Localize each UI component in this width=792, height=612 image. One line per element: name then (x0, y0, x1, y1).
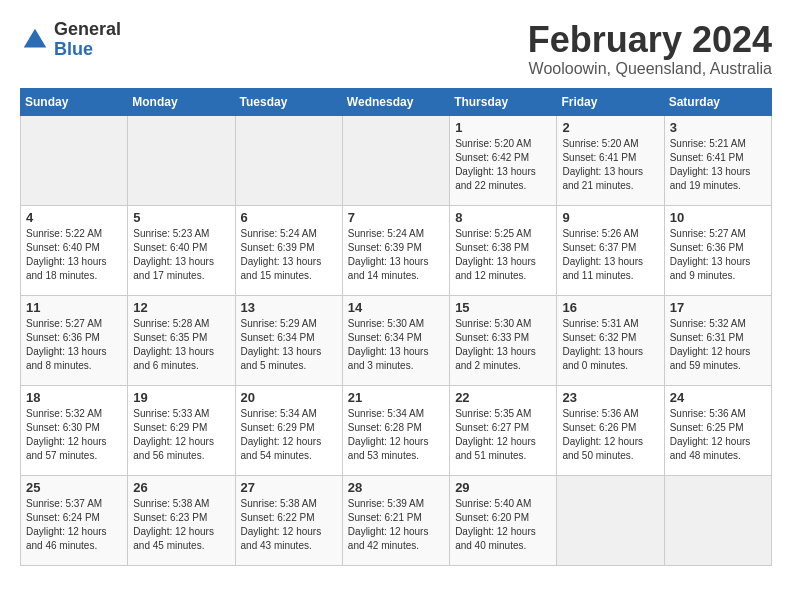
header-day-saturday: Saturday (664, 88, 771, 115)
calendar-cell: 13Sunrise: 5:29 AM Sunset: 6:34 PM Dayli… (235, 295, 342, 385)
calendar-cell: 26Sunrise: 5:38 AM Sunset: 6:23 PM Dayli… (128, 475, 235, 565)
day-number: 24 (670, 390, 766, 405)
calendar-cell (557, 475, 664, 565)
title-area: February 2024 Wooloowin, Queensland, Aus… (528, 20, 772, 78)
day-info: Sunrise: 5:38 AM Sunset: 6:23 PM Dayligh… (133, 497, 229, 553)
day-info: Sunrise: 5:39 AM Sunset: 6:21 PM Dayligh… (348, 497, 444, 553)
day-info: Sunrise: 5:26 AM Sunset: 6:37 PM Dayligh… (562, 227, 658, 283)
day-number: 21 (348, 390, 444, 405)
logo-text: General Blue (54, 20, 121, 60)
calendar-cell: 16Sunrise: 5:31 AM Sunset: 6:32 PM Dayli… (557, 295, 664, 385)
calendar-header: SundayMondayTuesdayWednesdayThursdayFrid… (21, 88, 772, 115)
week-row-1: 1Sunrise: 5:20 AM Sunset: 6:42 PM Daylig… (21, 115, 772, 205)
day-info: Sunrise: 5:20 AM Sunset: 6:41 PM Dayligh… (562, 137, 658, 193)
header-day-thursday: Thursday (450, 88, 557, 115)
calendar-cell: 20Sunrise: 5:34 AM Sunset: 6:29 PM Dayli… (235, 385, 342, 475)
day-number: 29 (455, 480, 551, 495)
logo-general: General (54, 19, 121, 39)
week-row-4: 18Sunrise: 5:32 AM Sunset: 6:30 PM Dayli… (21, 385, 772, 475)
day-number: 11 (26, 300, 122, 315)
day-info: Sunrise: 5:38 AM Sunset: 6:22 PM Dayligh… (241, 497, 337, 553)
calendar-body: 1Sunrise: 5:20 AM Sunset: 6:42 PM Daylig… (21, 115, 772, 565)
calendar-cell: 4Sunrise: 5:22 AM Sunset: 6:40 PM Daylig… (21, 205, 128, 295)
day-number: 20 (241, 390, 337, 405)
day-info: Sunrise: 5:35 AM Sunset: 6:27 PM Dayligh… (455, 407, 551, 463)
svg-marker-0 (24, 29, 47, 48)
day-number: 27 (241, 480, 337, 495)
header: General Blue February 2024 Wooloowin, Qu… (20, 20, 772, 78)
calendar-cell: 28Sunrise: 5:39 AM Sunset: 6:21 PM Dayli… (342, 475, 449, 565)
day-number: 16 (562, 300, 658, 315)
day-number: 8 (455, 210, 551, 225)
calendar-cell: 6Sunrise: 5:24 AM Sunset: 6:39 PM Daylig… (235, 205, 342, 295)
calendar-cell: 1Sunrise: 5:20 AM Sunset: 6:42 PM Daylig… (450, 115, 557, 205)
header-day-friday: Friday (557, 88, 664, 115)
location: Wooloowin, Queensland, Australia (528, 60, 772, 78)
day-number: 1 (455, 120, 551, 135)
calendar-cell: 29Sunrise: 5:40 AM Sunset: 6:20 PM Dayli… (450, 475, 557, 565)
calendar-cell: 24Sunrise: 5:36 AM Sunset: 6:25 PM Dayli… (664, 385, 771, 475)
calendar-cell: 27Sunrise: 5:38 AM Sunset: 6:22 PM Dayli… (235, 475, 342, 565)
calendar-cell: 7Sunrise: 5:24 AM Sunset: 6:39 PM Daylig… (342, 205, 449, 295)
calendar-cell: 5Sunrise: 5:23 AM Sunset: 6:40 PM Daylig… (128, 205, 235, 295)
header-day-sunday: Sunday (21, 88, 128, 115)
day-info: Sunrise: 5:33 AM Sunset: 6:29 PM Dayligh… (133, 407, 229, 463)
day-info: Sunrise: 5:28 AM Sunset: 6:35 PM Dayligh… (133, 317, 229, 373)
day-info: Sunrise: 5:25 AM Sunset: 6:38 PM Dayligh… (455, 227, 551, 283)
calendar-cell: 15Sunrise: 5:30 AM Sunset: 6:33 PM Dayli… (450, 295, 557, 385)
calendar-cell: 25Sunrise: 5:37 AM Sunset: 6:24 PM Dayli… (21, 475, 128, 565)
calendar-cell: 19Sunrise: 5:33 AM Sunset: 6:29 PM Dayli… (128, 385, 235, 475)
day-number: 5 (133, 210, 229, 225)
day-info: Sunrise: 5:32 AM Sunset: 6:31 PM Dayligh… (670, 317, 766, 373)
day-number: 14 (348, 300, 444, 315)
day-number: 17 (670, 300, 766, 315)
calendar-cell: 9Sunrise: 5:26 AM Sunset: 6:37 PM Daylig… (557, 205, 664, 295)
day-info: Sunrise: 5:36 AM Sunset: 6:26 PM Dayligh… (562, 407, 658, 463)
day-info: Sunrise: 5:24 AM Sunset: 6:39 PM Dayligh… (348, 227, 444, 283)
day-info: Sunrise: 5:20 AM Sunset: 6:42 PM Dayligh… (455, 137, 551, 193)
day-info: Sunrise: 5:21 AM Sunset: 6:41 PM Dayligh… (670, 137, 766, 193)
day-info: Sunrise: 5:23 AM Sunset: 6:40 PM Dayligh… (133, 227, 229, 283)
day-info: Sunrise: 5:36 AM Sunset: 6:25 PM Dayligh… (670, 407, 766, 463)
week-row-5: 25Sunrise: 5:37 AM Sunset: 6:24 PM Dayli… (21, 475, 772, 565)
day-info: Sunrise: 5:37 AM Sunset: 6:24 PM Dayligh… (26, 497, 122, 553)
day-number: 25 (26, 480, 122, 495)
day-number: 22 (455, 390, 551, 405)
logo-icon (20, 25, 50, 55)
day-info: Sunrise: 5:29 AM Sunset: 6:34 PM Dayligh… (241, 317, 337, 373)
week-row-2: 4Sunrise: 5:22 AM Sunset: 6:40 PM Daylig… (21, 205, 772, 295)
day-info: Sunrise: 5:31 AM Sunset: 6:32 PM Dayligh… (562, 317, 658, 373)
calendar-cell: 11Sunrise: 5:27 AM Sunset: 6:36 PM Dayli… (21, 295, 128, 385)
day-number: 4 (26, 210, 122, 225)
day-info: Sunrise: 5:27 AM Sunset: 6:36 PM Dayligh… (26, 317, 122, 373)
calendar-cell (21, 115, 128, 205)
header-day-monday: Monday (128, 88, 235, 115)
day-number: 15 (455, 300, 551, 315)
day-info: Sunrise: 5:30 AM Sunset: 6:34 PM Dayligh… (348, 317, 444, 373)
calendar-cell: 21Sunrise: 5:34 AM Sunset: 6:28 PM Dayli… (342, 385, 449, 475)
calendar-cell (235, 115, 342, 205)
day-number: 26 (133, 480, 229, 495)
day-info: Sunrise: 5:30 AM Sunset: 6:33 PM Dayligh… (455, 317, 551, 373)
calendar-cell: 23Sunrise: 5:36 AM Sunset: 6:26 PM Dayli… (557, 385, 664, 475)
calendar-cell: 18Sunrise: 5:32 AM Sunset: 6:30 PM Dayli… (21, 385, 128, 475)
day-number: 18 (26, 390, 122, 405)
day-number: 23 (562, 390, 658, 405)
day-info: Sunrise: 5:27 AM Sunset: 6:36 PM Dayligh… (670, 227, 766, 283)
day-number: 6 (241, 210, 337, 225)
day-number: 13 (241, 300, 337, 315)
calendar-cell: 3Sunrise: 5:21 AM Sunset: 6:41 PM Daylig… (664, 115, 771, 205)
day-number: 10 (670, 210, 766, 225)
day-number: 3 (670, 120, 766, 135)
logo: General Blue (20, 20, 121, 60)
calendar-cell: 17Sunrise: 5:32 AM Sunset: 6:31 PM Dayli… (664, 295, 771, 385)
calendar-cell: 22Sunrise: 5:35 AM Sunset: 6:27 PM Dayli… (450, 385, 557, 475)
day-number: 2 (562, 120, 658, 135)
day-info: Sunrise: 5:22 AM Sunset: 6:40 PM Dayligh… (26, 227, 122, 283)
day-number: 19 (133, 390, 229, 405)
day-info: Sunrise: 5:34 AM Sunset: 6:28 PM Dayligh… (348, 407, 444, 463)
calendar-cell: 8Sunrise: 5:25 AM Sunset: 6:38 PM Daylig… (450, 205, 557, 295)
week-row-3: 11Sunrise: 5:27 AM Sunset: 6:36 PM Dayli… (21, 295, 772, 385)
day-info: Sunrise: 5:34 AM Sunset: 6:29 PM Dayligh… (241, 407, 337, 463)
calendar-cell: 2Sunrise: 5:20 AM Sunset: 6:41 PM Daylig… (557, 115, 664, 205)
